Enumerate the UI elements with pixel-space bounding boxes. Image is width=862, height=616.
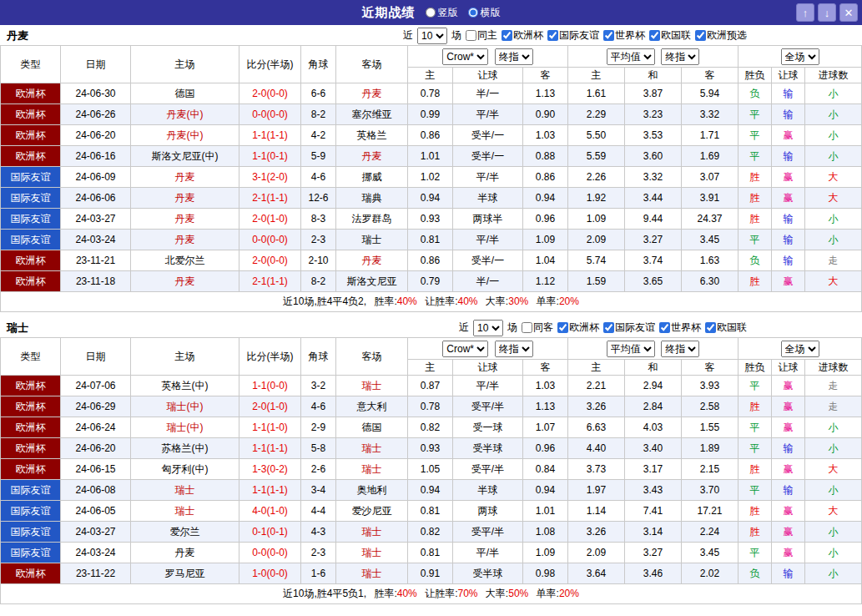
match-date-cell: 24-06-26 <box>61 104 131 125</box>
summary-row: 近10场,胜4平5负1, 胜率:40% 让胜率:70% 大率:50% 单率:20… <box>1 584 862 604</box>
odds-time-select[interactable]: 终指 <box>495 341 533 357</box>
goals-outcome-cell: 小 <box>805 563 862 584</box>
avg-draw-cell: 3.40 <box>625 438 682 459</box>
close-button[interactable]: ✕ <box>839 3 858 22</box>
match-type-cell: 欧洲杯 <box>1 438 61 459</box>
result-outcome-cell: 平 <box>738 125 772 146</box>
odds-home-cell: 0.99 <box>408 104 453 125</box>
corner-cell: 6-6 <box>301 83 336 104</box>
odds-home-cell: 0.78 <box>408 396 453 417</box>
subheader-result: 胜负 <box>738 360 772 376</box>
competition-filter-eurocup[interactable]: 欧洲杯 <box>502 28 543 43</box>
match-row: 国际友谊24-03-24丹麦0-0(0-0)2-3瑞士0.81平/半1.092.… <box>1 543 862 563</box>
match-type-cell: 国际友谊 <box>1 230 61 250</box>
handicap-outcome-cell: 赢 <box>772 396 805 417</box>
same-home-filter[interactable]: 同主 <box>466 28 497 43</box>
corner-cell: 8-3 <box>301 209 336 230</box>
away-team-cell: 塞尔维亚 <box>336 104 408 125</box>
home-team-cell: 罗马尼亚 <box>131 563 239 584</box>
nationsleague-checkbox[interactable] <box>705 322 716 333</box>
away-team-cell: 斯洛文尼亚 <box>336 271 408 292</box>
odds-company-select[interactable]: Crow* <box>442 48 488 65</box>
avg-away-cell: 3.91 <box>682 188 738 209</box>
competition-filter-nationsleague[interactable]: 欧国联 <box>649 28 691 43</box>
odds-away-cell: 0.88 <box>523 146 568 167</box>
friendly-checkbox[interactable] <box>603 322 614 333</box>
match-count-select[interactable]: 10 <box>473 320 503 336</box>
home-team-cell: 爱尔兰 <box>131 522 239 543</box>
move-up-button[interactable]: ↑ <box>796 3 814 22</box>
eurocup-checkbox[interactable] <box>502 30 512 41</box>
worldcup-checkbox[interactable] <box>603 30 614 41</box>
match-count-select[interactable]: 10 <box>417 28 447 44</box>
competition-filter-eurocup[interactable]: 欧洲杯 <box>557 321 599 335</box>
corner-cell: 2-3 <box>301 230 336 250</box>
handicap-outcome-cell: 输 <box>772 209 805 230</box>
average-select[interactable]: 平均值 <box>607 48 655 65</box>
col-header-date: 日期 <box>61 338 131 376</box>
move-down-button[interactable]: ↓ <box>818 3 836 22</box>
competition-filter-worldcup[interactable]: 世界杯 <box>659 321 701 335</box>
goals-outcome-cell: 大 <box>805 188 862 209</box>
layout-option-horizontal[interactable]: 横版 <box>468 6 501 20</box>
avg-away-cell: 3.07 <box>682 167 738 188</box>
same-away-checkbox[interactable] <box>522 322 532 333</box>
odds-handicap-cell: 受半/一 <box>453 146 523 167</box>
handicap-outcome-cell: 赢 <box>772 376 805 396</box>
odds-away-cell: 1.01 <box>523 501 568 522</box>
competition-filter-friendly[interactable]: 国际友谊 <box>603 321 655 335</box>
average-select[interactable]: 平均值 <box>607 341 655 357</box>
home-team-cell: 丹麦(中) <box>131 125 239 146</box>
average-time-select[interactable]: 终指 <box>661 48 699 65</box>
horizontal-layout-radio[interactable] <box>468 8 478 18</box>
worldcup-checkbox[interactable] <box>659 322 670 333</box>
goals-outcome-cell: 小 <box>805 543 862 563</box>
odds-time-select[interactable]: 终指 <box>495 48 533 65</box>
avg-away-cell: 1.69 <box>682 146 738 167</box>
nationsleague-checkbox[interactable] <box>649 30 660 41</box>
vertical-layout-radio[interactable] <box>426 8 436 18</box>
euroqualifier-checkbox[interactable] <box>695 30 706 41</box>
competition-filter-worldcup[interactable]: 世界杯 <box>603 28 645 43</box>
match-type-cell: 欧洲杯 <box>1 563 61 584</box>
avg-away-cell: 2.24 <box>682 522 738 543</box>
match-row: 欧洲杯24-06-29瑞士(中)2-0(1-0)4-6意大利0.78受平/半1.… <box>1 396 862 417</box>
competition-filter-friendly[interactable]: 国际友谊 <box>547 28 599 43</box>
avg-draw-cell: 3.32 <box>625 167 682 188</box>
avg-home-cell: 2.09 <box>568 543 625 563</box>
match-type-cell: 欧洲杯 <box>1 376 61 396</box>
odds-handicap-cell: 平/半 <box>453 104 523 125</box>
friendly-checkbox[interactable] <box>547 30 558 41</box>
period-select[interactable]: 全场 <box>781 48 819 65</box>
period-select[interactable]: 全场 <box>781 341 819 357</box>
score-cell: 2-0(0-0) <box>239 83 301 104</box>
odds-company-select[interactable]: Crow* <box>442 341 488 357</box>
odds-handicap-cell: 受一球 <box>453 417 523 438</box>
eurocup-checkbox[interactable] <box>557 322 568 333</box>
layout-option-vertical[interactable]: 竖版 <box>426 6 458 20</box>
match-type-cell: 欧洲杯 <box>1 396 61 417</box>
handicap-outcome-cell: 赢 <box>772 543 805 563</box>
away-team-cell: 丹麦 <box>336 250 408 271</box>
match-row: 欧洲杯24-07-06英格兰(中)1-1(0-0)3-2瑞士0.87平/半1.0… <box>1 376 862 396</box>
odds-home-cell: 0.94 <box>408 480 453 501</box>
page-title: 近期战绩 <box>362 5 416 21</box>
result-outcome-cell: 胜 <box>738 396 772 417</box>
odds-header-cell: Crow* 终指 <box>408 46 568 68</box>
odds-home-cell: 0.94 <box>408 188 453 209</box>
home-team-cell: 苏格兰(中) <box>131 438 239 459</box>
same-home-checkbox[interactable] <box>466 30 476 41</box>
same-away-filter[interactable]: 同客 <box>522 321 553 335</box>
competition-filter-nationsleague[interactable]: 欧国联 <box>705 321 747 335</box>
match-row: 欧洲杯24-06-15匈牙利(中)1-3(0-2)2-6瑞士1.05受平/半0.… <box>1 459 862 480</box>
odds-away-cell: 0.98 <box>523 563 568 584</box>
away-team-cell: 挪威 <box>336 167 408 188</box>
competition-filter-euroqualifier[interactable]: 欧洲预选 <box>695 28 747 43</box>
match-date-cell: 24-06-16 <box>61 146 131 167</box>
handicap-outcome-cell: 输 <box>772 480 805 501</box>
avg-draw-cell: 3.65 <box>625 271 682 292</box>
subheader-avg-draw: 和 <box>625 360 682 376</box>
result-outcome-cell: 胜 <box>738 501 772 522</box>
section-head: 瑞士 近 10 场 同客 欧洲杯 国际友谊 世界杯 欧国联 <box>0 317 862 337</box>
average-time-select[interactable]: 终指 <box>661 341 699 357</box>
